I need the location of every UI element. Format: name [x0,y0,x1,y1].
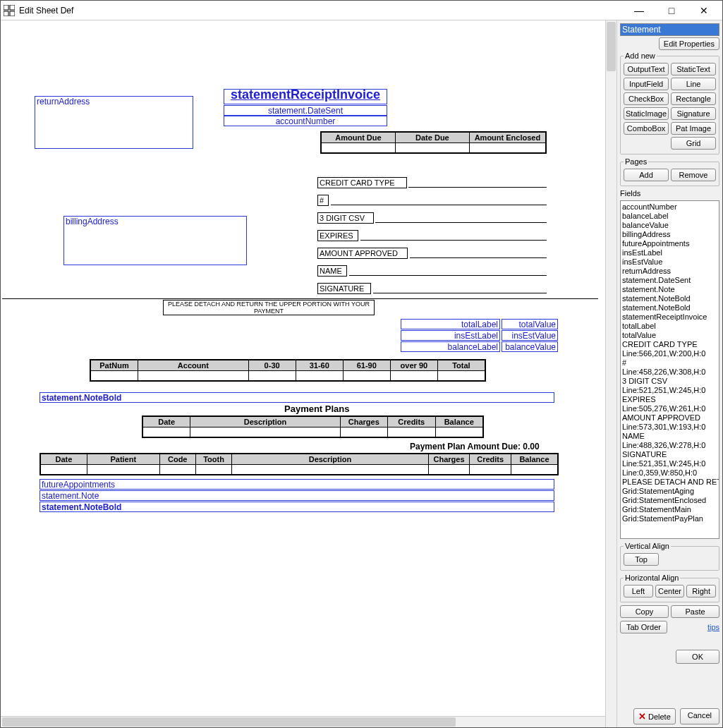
pages-add-button[interactable]: Add [624,169,669,181]
fields-list-item[interactable]: Line:521,351,W:245,H:0 [622,459,717,468]
fields-list-item[interactable]: Grid:StatementMain [622,505,717,514]
fields-list-item[interactable]: accountNumber [622,202,717,212]
grid-statement-main[interactable]: Date Patient Code Tooth Description Char… [40,453,559,475]
halign-group: Horizontal Align Left Center Right [620,574,719,602]
fields-list-item[interactable]: futureAppointments [622,239,717,248]
field-noteBold-1[interactable]: statement.NoteBold [40,392,554,403]
fields-list-item[interactable]: 3 DIGIT CSV [622,377,717,386]
fields-list-item[interactable]: statement.Note [622,285,717,294]
static-cc-type[interactable]: CREDIT CARD TYPE [317,177,407,188]
field-returnAddress[interactable]: returnAddress [35,96,193,149]
grid-statement-aging[interactable]: PatNum Account 0-30 31-60 61-90 over 90 … [90,359,486,382]
fields-list-item[interactable]: NAME [622,432,717,441]
svg-rect-0 [4,5,8,10]
edit-properties-button[interactable]: Edit Properties [659,37,719,50]
static-signature[interactable]: SIGNATURE [317,283,371,294]
static-3digit[interactable]: 3 DIGIT CSV [317,212,374,224]
sheet-canvas[interactable]: returnAddress statementReceiptInvoice st… [2,22,598,727]
static-hash[interactable]: # [317,195,329,206]
app-icon [4,5,15,16]
hscrollbar[interactable] [1,716,605,727]
fields-list-item[interactable]: Line:0,359,W:850,H:0 [622,468,717,478]
fields-list-item[interactable]: Line:488,326,W:278,H:0 [622,441,717,450]
addnew-static-image-button[interactable]: StaticImage [624,107,669,120]
addnew-input-field-button[interactable]: InputField [624,78,669,90]
fields-list-item[interactable]: totalLabel [622,322,717,331]
addnew-rectangle-button[interactable]: Rectangle [671,92,716,105]
static-name[interactable]: NAME [317,265,347,277]
fields-list-item[interactable]: billingAddress [622,230,717,239]
fields-list-item[interactable]: statement.NoteBold [622,303,717,313]
copy-button[interactable]: Copy [620,605,669,618]
field-statementReceiptInvoice[interactable]: statementReceiptInvoice [224,89,387,104]
ok-button[interactable]: OK [676,650,719,664]
grid-statement-payplan[interactable]: Date Description Charges Credits Balance [142,415,484,438]
field-futureAppointments[interactable]: futureAppointments [40,479,554,490]
field-dateSent[interactable]: statement.DateSent [224,105,387,116]
close-button[interactable]: ✕ [688,2,719,19]
paste-button[interactable]: Paste [671,605,719,618]
fields-list-item[interactable]: Line:521,251,W:245,H:0 [622,386,717,395]
svg-rect-2 [4,11,8,16]
fields-list-item[interactable]: statement.DateSent [622,276,717,285]
fields-list-item[interactable]: Line:566,201,W:200,H:0 [622,349,717,358]
field-noteBold-2[interactable]: statement.NoteBold [40,502,554,512]
fields-list-item[interactable]: balanceValue [622,221,717,230]
halign-center-button[interactable]: Center [655,585,685,597]
field-totalValue[interactable]: totalValue [502,319,558,329]
grid-statement-enclosed[interactable]: Amount Due Date Due Amount Enclosed [320,131,547,154]
addnew-group: Add new OutputTextStaticTextInputFieldLi… [620,51,719,154]
fields-list-item[interactable]: statement.NoteBold [622,294,717,303]
fields-list-item[interactable]: Line:573,301,W:193,H:0 [622,423,717,432]
fields-list-item[interactable]: Line:505,276,W:261,H:0 [622,404,717,413]
fields-listbox[interactable]: accountNumberbalanceLabelbalanceValuebil… [620,200,719,539]
vscrollbar[interactable] [605,20,616,727]
minimize-button[interactable]: — [624,2,655,19]
fields-list-item[interactable]: Line:458,226,W:308,H:0 [622,368,717,377]
fields-list-item[interactable]: insEstValue [622,257,717,267]
addnew-grid-button[interactable]: Grid [671,137,716,150]
cancel-button[interactable]: Cancel [680,708,719,724]
fields-list-item[interactable]: EXPIRES [622,395,717,404]
fields-list-item[interactable]: # [622,358,717,368]
static-amount-approved[interactable]: AMOUNT APPROVED [317,248,408,259]
field-balanceLabel[interactable]: balanceLabel [401,341,500,352]
field-billingAddress[interactable]: billingAddress [63,216,247,265]
halign-left-button[interactable]: Left [624,585,653,597]
field-insEstLabel[interactable]: insEstLabel [401,330,500,341]
tab-order-button[interactable]: Tab Order [620,621,667,633]
addnew-signature-button[interactable]: Signature [671,107,716,120]
pages-remove-button[interactable]: Remove [671,169,716,181]
addnew-output-text-button[interactable]: OutputText [624,63,669,75]
static-detach[interactable]: PLEASE DETACH AND RETURN THE UPPER PORTI… [163,300,375,315]
addnew-static-text-button[interactable]: StaticText [671,63,716,75]
valign-top-button[interactable]: Top [624,553,659,566]
halign-right-button[interactable]: Right [686,585,716,597]
field-note[interactable]: statement.Note [40,490,554,501]
addnew-combo-box-button[interactable]: ComboBox [624,122,669,135]
fields-list-item[interactable]: balanceLabel [622,212,717,221]
static-expires[interactable]: EXPIRES [317,230,358,241]
field-balanceValue[interactable]: balanceValue [502,341,558,352]
addnew-line-button[interactable]: Line [671,78,716,90]
sheet-name-input[interactable] [620,23,719,36]
fields-list-item[interactable]: Grid:StatementPayPlan [622,514,717,523]
field-insEstValue[interactable]: insEstValue [502,330,558,341]
addnew-check-box-button[interactable]: CheckBox [624,92,669,105]
fields-list-item[interactable]: PLEASE DETACH AND RETURN THE UPPER PORTI… [622,478,717,487]
fields-list-item[interactable]: AMOUNT APPROVED [622,413,717,423]
maximize-button[interactable]: □ [656,2,687,19]
field-accountNumber[interactable]: accountNumber [224,116,387,126]
fields-list-item[interactable]: Grid:StatementAging [622,487,717,496]
fields-list-item[interactable]: insEstLabel [622,248,717,257]
fields-list-item[interactable]: CREDIT CARD TYPE [622,340,717,349]
fields-list-item[interactable]: Grid:StatementEnclosed [622,496,717,505]
tips-link[interactable]: tips [707,623,719,631]
addnew-pat-image-button[interactable]: Pat Image [671,122,716,135]
fields-list-item[interactable]: totalValue [622,331,717,340]
delete-button[interactable]: ✕Delete [633,708,676,724]
fields-list-item[interactable]: returnAddress [622,267,717,276]
field-totalLabel[interactable]: totalLabel [401,319,500,329]
fields-list-item[interactable]: statementReceiptInvoice [622,313,717,322]
fields-list-item[interactable]: SIGNATURE [622,450,717,459]
